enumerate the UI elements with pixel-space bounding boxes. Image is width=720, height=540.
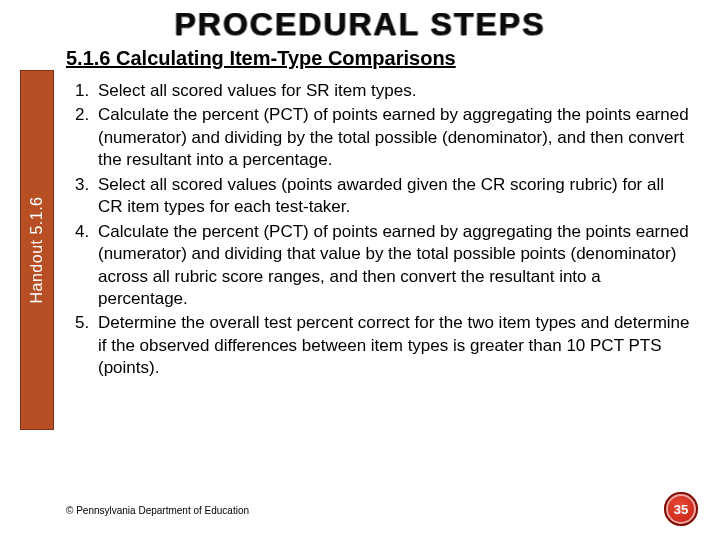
slide-number-badge: 35 xyxy=(664,492,698,526)
step-item: Calculate the percent (PCT) of points ea… xyxy=(94,221,692,311)
steps-list: Select all scored values for SR item typ… xyxy=(66,80,692,382)
handout-sidebar-label: Handout 5.1.6 xyxy=(28,196,46,303)
step-item: Select all scored values for SR item typ… xyxy=(94,80,692,102)
slide: PROCEDURAL STEPS Handout 5.1.6 5.1.6 Cal… xyxy=(0,0,720,540)
step-item: Select all scored values (points awarded… xyxy=(94,174,692,219)
section-heading: 5.1.6 Calculating Item-Type Comparisons xyxy=(66,47,456,70)
copyright-text: © Pennsylvania Department of Education xyxy=(66,505,249,516)
handout-sidebar: Handout 5.1.6 xyxy=(20,70,54,430)
step-item: Determine the overall test percent corre… xyxy=(94,312,692,379)
page-title: PROCEDURAL STEPS xyxy=(0,6,720,43)
step-item: Calculate the percent (PCT) of points ea… xyxy=(94,104,692,171)
